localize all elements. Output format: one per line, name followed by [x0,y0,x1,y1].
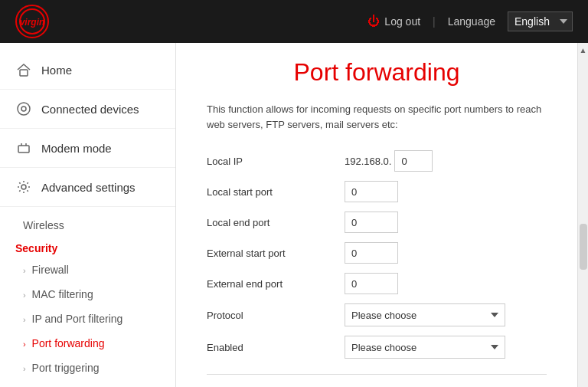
sidebar-item-wireless[interactable]: Wireless [0,213,175,238]
home-icon [15,61,32,78]
devices-icon [15,100,32,117]
enabled-label: Enabled [207,342,345,353]
enabled-select[interactable]: Please choose Yes No [345,336,505,359]
local-end-port-field [345,212,398,233]
power-icon: ⏻ [368,15,380,28]
firewall-label: Firewall [32,264,69,276]
chevron-right-icon-pt: › [23,364,26,373]
language-select[interactable]: English French Spanish [508,11,573,31]
sidebar-item-port-forwarding[interactable]: › Port forwarding [0,331,175,356]
chevron-right-icon-firewall: › [23,266,26,275]
scroll-up-arrow[interactable]: ▲ [580,46,587,54]
ip-port-filtering-label: IP and Port filtering [32,313,123,325]
local-ip-input[interactable] [394,150,433,172]
lang-separator: | [433,15,436,28]
sidebar-item-dmz[interactable]: › DMZ [0,380,175,387]
local-end-port-label: Local end port [207,217,345,228]
chevron-right-icon-ip: › [23,315,26,324]
connected-devices-label: Connected devices [41,103,139,116]
page-title: Port forwarding [207,58,547,87]
port-triggering-label: Port triggering [32,362,100,374]
sidebar-item-security[interactable]: Security [0,238,175,257]
svg-rect-5 [18,146,29,153]
logout-button[interactable]: ⏻ Log out [368,15,420,28]
advanced-sub-menu: Wireless Security › Firewall › MAC filte… [0,207,175,387]
external-end-port-input[interactable] [345,273,398,294]
port-forwarding-label: Port forwarding [32,337,105,349]
svg-point-8 [21,185,26,189]
form-row-enabled: Enabled Please choose Yes No [207,336,547,359]
external-start-port-input[interactable] [345,242,398,264]
svg-point-3 [18,103,30,115]
local-start-port-label: Local start port [207,186,345,198]
local-ip-label: Local IP [207,156,345,167]
chevron-right-icon-pf: › [23,339,26,349]
form-row-local-start-port: Local start port [207,181,547,202]
scrollbar[interactable]: ▲ ▼ [577,43,588,387]
local-ip-field: 192.168.0. [345,150,433,172]
protocol-select[interactable]: Please choose TCP UDP Both [345,303,505,326]
local-start-port-input[interactable] [345,181,398,202]
modem-mode-label: Modem mode [41,142,112,155]
protocol-field: Please choose TCP UDP Both [345,303,505,326]
port-forwarding-form: Local IP 192.168.0. Local start port Loc… [207,150,547,359]
page-description: This function allows for incoming reques… [207,102,547,132]
form-row-protocol: Protocol Please choose TCP UDP Both [207,303,547,326]
sidebar-item-mac-filtering[interactable]: › MAC filtering [0,282,175,307]
mac-filtering-label: MAC filtering [32,288,93,300]
external-start-port-label: External start port [207,248,345,259]
local-start-port-field [345,181,398,202]
local-end-port-input[interactable] [345,212,398,233]
external-start-port-field [345,242,398,264]
form-row-external-end-port: External end port [207,273,547,294]
advanced-settings-label: Advanced settings [41,181,136,194]
form-divider [207,374,547,375]
sidebar-item-advanced-settings[interactable]: Advanced settings [0,168,175,207]
enabled-field: Please choose Yes No [345,336,505,359]
external-end-port-field [345,273,398,294]
sidebar-item-port-triggering[interactable]: › Port triggering [0,356,175,380]
scroll-thumb[interactable] [580,224,587,270]
protocol-label: Protocol [207,310,345,321]
svg-point-4 [21,107,26,111]
svg-text:virgin: virgin [20,17,45,28]
logo-icon: virgin [15,5,49,38]
svg-rect-2 [20,70,28,76]
modem-icon [15,139,32,156]
home-label: Home [41,64,72,77]
form-row-local-ip: Local IP 192.168.0. [207,150,547,172]
logout-label: Log out [384,15,420,28]
ip-prefix: 192.168.0. [345,156,391,167]
sidebar: Home Connected devices Modem mode [0,43,176,387]
wireless-label: Wireless [23,219,64,231]
logo: virgin [15,5,49,38]
layout: Home Connected devices Modem mode [0,43,588,387]
gear-icon [15,179,32,195]
external-end-port-label: External end port [207,278,345,290]
main-content: Port forwarding This function allows for… [176,43,577,387]
sidebar-item-modem-mode[interactable]: Modem mode [0,129,175,168]
sidebar-item-firewall[interactable]: › Firewall [0,257,175,282]
sidebar-item-ip-port-filtering[interactable]: › IP and Port filtering [0,307,175,331]
header: virgin ⏻ Log out | Language English Fren… [0,0,588,43]
header-right: ⏻ Log out | Language English French Span… [368,11,573,31]
security-label: Security [15,242,57,254]
chevron-right-icon-mac: › [23,290,26,300]
sidebar-item-connected-devices[interactable]: Connected devices [0,90,175,129]
sidebar-item-home[interactable]: Home [0,51,175,90]
form-row-external-start-port: External start port [207,242,547,264]
lang-label: Language [448,15,495,28]
form-row-local-end-port: Local end port [207,212,547,233]
